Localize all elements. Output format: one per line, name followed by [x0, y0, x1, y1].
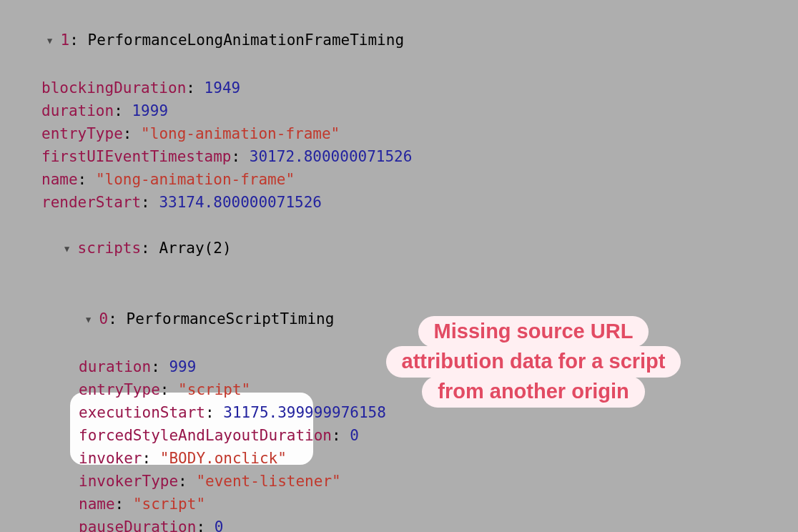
tree-row[interactable]: pauseDuration: 0	[9, 516, 798, 532]
callout-line: from another origin	[422, 376, 644, 408]
annotation-callout: Missing source URL attribution data for …	[369, 316, 698, 406]
tree-row[interactable]: entryType: "long-animation-frame"	[9, 122, 798, 145]
tree-row[interactable]: name: "long-animation-frame"	[9, 168, 798, 191]
tree-row-root[interactable]: 1: PerformanceLongAnimationFrameTiming	[9, 6, 798, 77]
tree-row[interactable]: duration: 1999	[9, 99, 798, 122]
tree-row[interactable]: renderStart: 33174.800000071526	[9, 191, 798, 214]
console-object-tree: 1: PerformanceLongAnimationFrameTiming b…	[0, 0, 798, 532]
chevron-down-icon[interactable]	[62, 237, 72, 260]
tree-key: 1	[61, 31, 70, 49]
tree-row[interactable]: firstUIEventTimestamp: 30172.80000007152…	[9, 145, 798, 168]
callout-line: Missing source URL	[418, 316, 649, 348]
tree-row[interactable]: invokerType: "event-listener"	[9, 470, 798, 493]
tree-row[interactable]: invoker: "BODY.onclick"	[9, 447, 798, 470]
callout-line: attribution data for a script	[386, 346, 681, 378]
tree-row-scripts[interactable]: scripts: Array(2)	[9, 214, 798, 285]
tree-value: PerformanceLongAnimationFrameTiming	[88, 31, 405, 49]
chevron-down-icon[interactable]	[45, 29, 55, 52]
tree-row[interactable]: forcedStyleAndLayoutDuration: 0	[9, 424, 798, 447]
tree-row[interactable]: blockingDuration: 1949	[9, 77, 798, 99]
chevron-down-icon[interactable]	[84, 308, 94, 331]
tree-row[interactable]: name: "script"	[9, 493, 798, 516]
